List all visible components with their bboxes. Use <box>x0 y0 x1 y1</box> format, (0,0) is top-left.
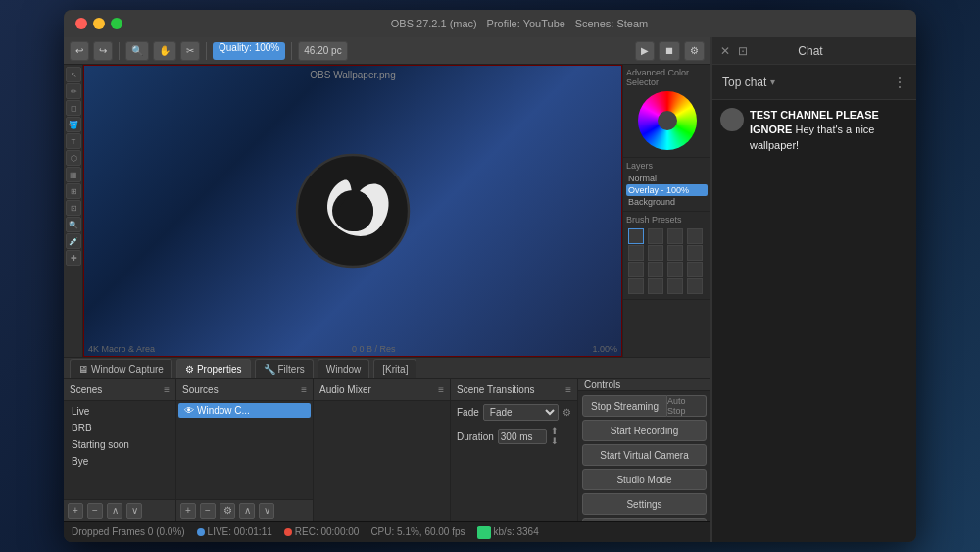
tab-filters[interactable]: 🔧 Filters <box>255 359 314 378</box>
scene-starting-soon[interactable]: Starting soon <box>66 436 173 453</box>
scenes-menu-icon[interactable]: ≡ <box>164 384 170 395</box>
duration-input[interactable] <box>498 429 547 444</box>
scene-live[interactable]: Live <box>66 403 173 420</box>
sources-bottom: + − ⚙ ∧ ∨ <box>176 499 313 521</box>
tool-select[interactable]: ↖ <box>66 67 81 82</box>
tool-fill[interactable]: 🪣 <box>66 117 81 132</box>
sources-remove[interactable]: − <box>200 503 216 519</box>
sources-add[interactable]: + <box>180 503 196 519</box>
close-button[interactable] <box>75 18 87 29</box>
brush-10[interactable] <box>648 262 663 277</box>
preview-area: ↖ ✏ ◻ 🪣 T ⬡ ▦ ⊞ ⊡ 🔍 💉 ✚ <box>64 65 710 357</box>
brush-2[interactable] <box>648 228 663 244</box>
brush-3[interactable] <box>667 228 683 244</box>
brush-7[interactable] <box>667 245 683 261</box>
toolbar-settings[interactable]: ⚙ <box>684 41 705 61</box>
toolbar-undo[interactable]: ↩ <box>70 41 89 61</box>
settings-button[interactable]: Settings <box>582 493 707 515</box>
audio-menu-icon[interactable]: ≡ <box>438 384 444 395</box>
chat-filter-button[interactable]: Top chat ▾ <box>722 75 775 89</box>
audio-panel: Audio Mixer ≡ <box>314 379 451 521</box>
start-recording-button[interactable]: Start Recording <box>582 420 707 441</box>
canvas-bottom-center: 0 0 B / Res <box>352 344 396 354</box>
tool-text[interactable]: T <box>66 133 81 149</box>
chat-close-icon[interactable]: ✕ <box>720 44 730 58</box>
signal-indicator <box>477 526 491 539</box>
brush-11[interactable] <box>667 262 683 277</box>
studio-mode-button[interactable]: Studio Mode <box>582 469 707 490</box>
rec-status: REC: 00:00:00 <box>284 527 360 537</box>
toolbar-play[interactable]: ▶ <box>635 41 655 61</box>
chat-more-button[interactable]: ⋮ <box>893 75 906 90</box>
color-wheel[interactable] <box>638 91 697 150</box>
stop-streaming-button[interactable]: Stop Streaming <box>582 395 667 417</box>
transitions-settings-icon[interactable]: ⚙ <box>563 407 571 418</box>
toolbar-stop[interactable]: ⏹ <box>659 41 680 61</box>
transitions-title: Scene Transitions <box>457 384 535 395</box>
brush-8[interactable] <box>687 245 703 261</box>
tab-window[interactable]: Window <box>318 359 370 378</box>
live-status: LIVE: 00:01:11 <box>197 527 272 537</box>
tool-crop-tool[interactable]: ⊞ <box>66 183 81 199</box>
scene-bye[interactable]: Bye <box>66 453 173 470</box>
toolbar-zoom[interactable]: 🔍 <box>125 41 149 61</box>
fade-select[interactable]: Fade Cut <box>483 404 559 421</box>
layers-title: Layers <box>626 161 708 171</box>
scenes-down[interactable]: ∨ <box>126 503 142 519</box>
brush-15[interactable] <box>667 278 683 294</box>
audio-header: Audio Mixer ≡ <box>314 379 450 401</box>
toolbar-quality[interactable]: Quality: 100% <box>213 42 285 60</box>
duration-label: Duration <box>457 431 494 442</box>
transitions-menu-icon[interactable]: ≡ <box>565 384 571 395</box>
sources-title: Sources <box>182 384 219 395</box>
tab-properties[interactable]: ⚙ Properties <box>176 359 251 378</box>
brush-6[interactable] <box>648 245 663 261</box>
toolbar-redo[interactable]: ↪ <box>93 41 113 61</box>
tab-krita[interactable]: [Krita] <box>373 359 416 378</box>
toolbar-crop[interactable]: ✂ <box>180 41 200 61</box>
brush-9[interactable] <box>628 262 644 277</box>
auto-stop-button[interactable]: Auto Stop <box>667 395 707 417</box>
minimize-button[interactable] <box>93 18 105 29</box>
brush-1[interactable] <box>628 228 644 244</box>
audio-title: Audio Mixer <box>319 384 371 395</box>
scene-brb[interactable]: BRB <box>66 420 173 436</box>
canvas-bottom-left: 4K Macro & Area <box>88 344 155 354</box>
brush-5[interactable] <box>628 245 644 261</box>
sources-menu-icon[interactable]: ≡ <box>301 384 307 395</box>
brush-4[interactable] <box>687 228 703 244</box>
source-window-capture[interactable]: 👁 Window C... <box>178 403 311 418</box>
toolbar-move[interactable]: ✋ <box>153 41 176 61</box>
layer-background[interactable]: Background <box>626 196 708 208</box>
tool-zoom-tool[interactable]: 🔍 <box>66 217 81 232</box>
duration-spinner[interactable]: ⬆⬇ <box>551 427 559 446</box>
tool-transform[interactable]: ⊡ <box>66 200 81 216</box>
scenes-remove[interactable]: − <box>87 503 103 519</box>
chat-dock-icon[interactable]: ⊡ <box>738 44 748 58</box>
brush-13[interactable] <box>628 278 644 294</box>
controls-title: Controls <box>584 379 620 390</box>
brush-12[interactable] <box>687 262 703 277</box>
tool-move-tool[interactable]: ✚ <box>66 250 81 266</box>
sources-up[interactable]: ∧ <box>239 503 255 519</box>
scenes-up[interactable]: ∧ <box>107 503 122 519</box>
tab-window-capture[interactable]: 🖥 Window Capture <box>70 359 172 378</box>
tool-gradient[interactable]: ▦ <box>66 167 81 182</box>
tool-shape[interactable]: ⬡ <box>66 150 81 166</box>
tool-eyedrop[interactable]: 💉 <box>66 233 81 249</box>
tool-eraser[interactable]: ◻ <box>66 100 81 116</box>
window-title: OBS 27.2.1 (mac) - Profile: YouTube - Sc… <box>134 18 905 29</box>
start-virtual-camera-button[interactable]: Start Virtual Camera <box>582 444 707 466</box>
filters-icon: 🔧 <box>264 364 275 375</box>
chat-msg-content-0: TEST CHANNEL PLEASE IGNORE Hey that's a … <box>750 108 908 153</box>
maximize-button[interactable] <box>111 18 122 29</box>
brush-14[interactable] <box>648 278 663 294</box>
layer-selected[interactable]: Overlay - 100% <box>626 184 708 196</box>
scenes-add[interactable]: + <box>68 503 83 519</box>
tool-brush[interactable]: ✏ <box>66 83 81 99</box>
brush-16[interactable] <box>687 278 703 294</box>
color-selector-title: Advanced Color Selector <box>626 68 708 87</box>
sources-settings[interactable]: ⚙ <box>220 503 235 519</box>
sources-down[interactable]: ∨ <box>259 503 274 519</box>
canvas-bottom-right: 1.00% <box>592 344 617 354</box>
